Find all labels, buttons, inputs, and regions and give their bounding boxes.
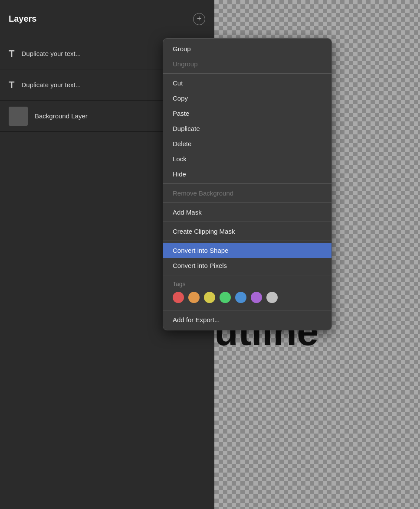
divider-1 — [163, 73, 331, 74]
divider-6 — [163, 275, 331, 275]
tag-dot-red[interactable] — [173, 292, 184, 303]
layers-title: Layers — [9, 14, 37, 24]
layer-label-2: Duplicate your text... — [21, 81, 81, 88]
divider-7 — [163, 310, 331, 310]
divider-4 — [163, 222, 331, 222]
menu-item-delete[interactable]: Delete — [163, 136, 331, 151]
tag-dot-blue[interactable] — [235, 292, 246, 303]
context-menu: Group Ungroup Cut Copy Paste Duplicate D… — [163, 38, 332, 330]
divider-3 — [163, 202, 331, 203]
layers-header: Layers + — [0, 0, 214, 38]
tag-dot-gray[interactable] — [266, 292, 278, 303]
menu-item-remove-background: Remove Background — [163, 186, 331, 201]
menu-item-hide[interactable]: Hide — [163, 166, 331, 182]
layer-label-1: Duplicate your text... — [21, 50, 81, 57]
divider-5 — [163, 241, 331, 241]
tags-section: Tags — [163, 277, 331, 308]
menu-item-add-for-export[interactable]: Add for Export... — [163, 312, 331, 327]
add-layer-button[interactable]: + — [193, 13, 205, 25]
tag-dot-green[interactable] — [220, 292, 231, 303]
layer-label-3: Background Layer — [35, 112, 88, 120]
tags-dots — [173, 292, 322, 303]
menu-item-cut[interactable]: Cut — [163, 75, 331, 91]
tag-dot-yellow[interactable] — [204, 292, 215, 303]
tag-dot-purple[interactable] — [251, 292, 262, 303]
text-layer-icon-2: T — [9, 79, 14, 91]
menu-item-paste[interactable]: Paste — [163, 106, 331, 121]
menu-item-copy[interactable]: Copy — [163, 91, 331, 106]
menu-item-convert-into-pixels[interactable]: Convert into Pixels — [163, 258, 331, 273]
tags-label: Tags — [173, 281, 322, 287]
menu-item-add-mask[interactable]: Add Mask — [163, 205, 331, 220]
menu-item-create-clipping-mask[interactable]: Create Clipping Mask — [163, 224, 331, 239]
menu-item-convert-into-shape[interactable]: Convert into Shape — [163, 243, 331, 258]
add-layer-icon: + — [197, 14, 202, 23]
layer-thumbnail-3 — [9, 107, 28, 126]
menu-item-ungroup: Ungroup — [163, 56, 331, 72]
text-layer-icon-1: T — [9, 48, 14, 59]
divider-2 — [163, 183, 331, 184]
menu-item-duplicate[interactable]: Duplicate — [163, 121, 331, 136]
menu-item-group[interactable]: Group — [163, 41, 331, 56]
menu-item-lock[interactable]: Lock — [163, 151, 331, 166]
tag-dot-orange[interactable] — [188, 292, 200, 303]
